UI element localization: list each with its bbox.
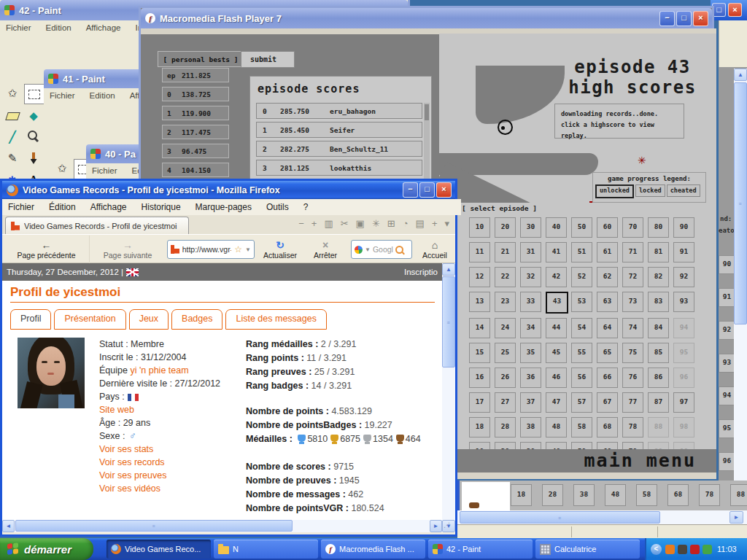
- episode-cell[interactable]: 29: [495, 442, 516, 449]
- episode-cell[interactable]: 65: [597, 343, 618, 363]
- episode-cell[interactable]: 73: [622, 292, 643, 312]
- episode-cell[interactable]: 32: [520, 267, 541, 287]
- episode-cell[interactable]: 45: [546, 343, 567, 363]
- episode-cell[interactable]: 10: [469, 217, 490, 238]
- menu-item[interactable]: Historique: [142, 202, 181, 212]
- episode-cell[interactable]: 34: [520, 318, 541, 338]
- episode-cell[interactable]: 92: [673, 267, 694, 287]
- episode-cell[interactable]: 48: [546, 417, 567, 438]
- legend-unlocked[interactable]: unlocked: [595, 184, 634, 198]
- toolbar-icon[interactable]: −: [298, 218, 304, 229]
- search-field[interactable]: ▼ Googl: [351, 240, 412, 259]
- profile-info-line[interactable]: Site web: [99, 405, 220, 418]
- close-icon[interactable]: ×: [728, 3, 742, 17]
- scrollbar-thumb[interactable]: ≡: [15, 520, 293, 532]
- episode-cell[interactable]: 91: [719, 288, 735, 307]
- episode-cell[interactable]: 90: [719, 255, 735, 274]
- tray-collapse-icon[interactable]: <: [651, 544, 662, 555]
- episode-cell[interactable]: 63: [597, 292, 618, 312]
- episode-cell[interactable]: 44: [546, 318, 567, 338]
- toolbar-icon[interactable]: ▥: [324, 218, 333, 229]
- episode-cell[interactable]: 71: [622, 242, 643, 262]
- episode-cell[interactable]: 53: [571, 292, 592, 312]
- paint-tool-icon[interactable]: ✎: [3, 149, 22, 168]
- profile-tab[interactable]: Liste des messages: [225, 309, 326, 330]
- uk-flag-icon[interactable]: [126, 268, 139, 276]
- legend-locked[interactable]: locked: [635, 184, 665, 197]
- close-icon[interactable]: ×: [693, 11, 708, 26]
- profile-tab[interactable]: Profil: [10, 309, 51, 330]
- episode-cell[interactable]: 87: [648, 392, 669, 413]
- chevron-down-icon[interactable]: ▼: [245, 246, 251, 253]
- scroll-up-icon[interactable]: ▲: [734, 69, 747, 81]
- profile-info-line[interactable]: Pays :: [99, 392, 220, 405]
- stop-button[interactable]: × Arrêter: [306, 236, 345, 263]
- episode-cell[interactable]: 18: [469, 417, 490, 438]
- profile-info-line[interactable]: Voir ses stats: [99, 444, 220, 457]
- paint-tool-icon[interactable]: [3, 106, 22, 125]
- episode-cell[interactable]: 56: [571, 368, 592, 388]
- episode-cell[interactable]: 96: [719, 452, 735, 471]
- minimize-icon[interactable]: −: [403, 182, 418, 198]
- toolbar-icon[interactable]: ▤: [416, 218, 425, 229]
- episode-cell[interactable]: 33: [520, 292, 541, 312]
- episode-cell[interactable]: 58: [571, 417, 592, 438]
- bookmark-star-icon[interactable]: ☆: [234, 244, 242, 254]
- episode-cell[interactable]: 11: [469, 242, 490, 262]
- menu-item[interactable]: Affichage: [86, 23, 121, 32]
- scrollbar-thumb[interactable]: ≡: [460, 511, 660, 524]
- submit-button[interactable]: submit: [241, 51, 295, 68]
- episode-cell[interactable]: 69: [597, 442, 618, 449]
- episode-cell[interactable]: 95: [719, 419, 735, 438]
- episode-cell[interactable]: 46: [546, 368, 567, 388]
- episode-cell[interactable]: 41: [546, 242, 567, 262]
- episode-cell[interactable]: 85: [648, 343, 669, 363]
- highscore-row[interactable]: 1285.450Seifer: [256, 122, 422, 138]
- menu-item[interactable]: ?: [303, 202, 309, 212]
- episode-cell[interactable]: 52: [571, 267, 592, 287]
- episode-cell[interactable]: 83: [648, 292, 669, 312]
- episode-cell[interactable]: 35: [520, 343, 541, 363]
- episode-cell[interactable]: 36: [520, 368, 541, 388]
- paint-tool-icon[interactable]: ╱: [3, 128, 22, 147]
- menu-item[interactable]: Fichier: [50, 91, 75, 100]
- chevron-down-icon[interactable]: ▼: [365, 246, 371, 253]
- menu-item[interactable]: Affichage: [90, 202, 127, 212]
- search-icon[interactable]: [395, 246, 403, 254]
- episode-cell[interactable]: 57: [571, 392, 592, 413]
- maximize-icon[interactable]: □: [676, 11, 692, 26]
- toolbar-icon[interactable]: ▣: [356, 218, 365, 229]
- episode-cell[interactable]: 99: [673, 442, 694, 449]
- background-horizontal-scrollbar[interactable]: ≡ ►: [457, 510, 747, 524]
- episode-cell[interactable]: 61: [597, 242, 618, 262]
- profile-info-line[interactable]: Statut : Membre: [99, 339, 220, 352]
- episode-cell[interactable]: 28: [542, 484, 563, 506]
- episode-cell[interactable]: 38: [520, 417, 541, 438]
- taskbar-item-firefox[interactable]: Video Games Reco...: [107, 540, 211, 559]
- episode-cell[interactable]: 78: [699, 484, 720, 506]
- episode-cell[interactable]: 18: [511, 484, 532, 506]
- scrollbar-thumb[interactable]: ≡: [734, 82, 747, 324]
- episode-cell[interactable]: 68: [667, 484, 689, 506]
- episode-cell[interactable]: 59: [571, 442, 592, 449]
- episode-cell[interactable]: 93: [719, 354, 735, 373]
- episode-cell[interactable]: 90: [673, 217, 694, 238]
- paint-tool-icon[interactable]: [24, 149, 43, 168]
- menu-item[interactable]: Fichier: [8, 202, 34, 212]
- episode-cell[interactable]: 28: [495, 417, 516, 438]
- episode-cell[interactable]: 78: [622, 417, 643, 438]
- menu-item[interactable]: Fichier: [92, 166, 117, 175]
- episode-cell[interactable]: 42: [546, 267, 567, 287]
- episode-cell[interactable]: 95: [673, 343, 694, 363]
- episode-cell[interactable]: 31: [520, 242, 541, 262]
- episode-cell[interactable]: 75: [622, 343, 643, 363]
- episode-cell[interactable]: 16: [469, 368, 490, 388]
- episode-cell[interactable]: 48: [605, 484, 626, 506]
- profile-info-line[interactable]: Équipe yi 'n phie team: [99, 365, 220, 378]
- refresh-button[interactable]: ↻ Actualiser: [259, 236, 301, 263]
- toolbar-icon[interactable]: ✳: [372, 218, 380, 229]
- episode-cell[interactable]: 13: [469, 292, 490, 312]
- close-icon[interactable]: ×: [436, 182, 452, 198]
- profile-info-line[interactable]: Âge : 29 ans: [99, 418, 220, 431]
- profile-info-line[interactable]: Sexe :: [99, 431, 220, 444]
